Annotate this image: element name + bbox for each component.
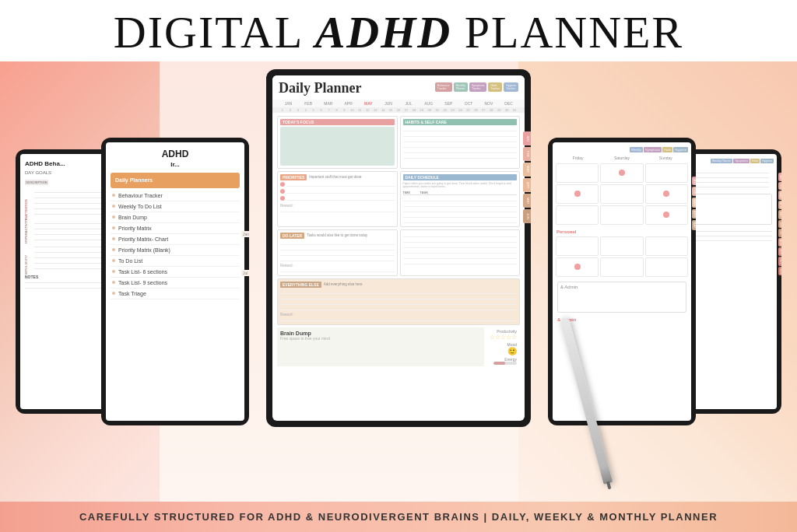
dp-day: 19 — [418, 108, 426, 112]
dp-month-may[interactable]: MAY — [359, 101, 378, 106]
dp-schedule-line — [403, 208, 518, 212]
dp-priorities-sub: Important stuff that must get done — [309, 175, 361, 179]
dp-schedule-cont-line — [403, 233, 518, 237]
dp-side-tab-jan[interactable]: JAN — [523, 131, 525, 145]
dp-month-feb[interactable]: FEB — [299, 101, 318, 106]
dp-priority-dot-2 — [280, 189, 285, 194]
tablet-center-screen: Daily Planner BehaviourTracker MonthlyPl… — [272, 75, 525, 421]
dp-side-tab-may[interactable]: MAY — [523, 194, 525, 208]
rmt-cell — [645, 163, 688, 183]
lft-inattention-label: INATTENTION — [25, 189, 28, 220]
rft-tab-symptoms[interactable]: Symptoms — [733, 159, 750, 163]
lmt-item-task9[interactable]: Task List- 9 sections — [111, 278, 240, 289]
lmt-item-priority-blank[interactable]: Priority Matrix (Blank) — [111, 245, 240, 256]
lmt-item-label: Brain Dump — [118, 215, 147, 220]
lmt-item-label: Priority Matrix — [118, 226, 152, 231]
dp-day: 12 — [363, 108, 371, 112]
tablet-left-mid: ADHD Ir... Daily Planners Behaviour Trac… — [101, 138, 249, 425]
dp-tabs: BehaviourTracker MonthlyPlanner Symptoms… — [435, 82, 518, 92]
dp-month-apr[interactable]: APR — [339, 101, 358, 106]
lmt-item-priority-chart[interactable]: Priority Matrix- Chart — [111, 234, 240, 245]
lft-hyperactivity-label: HYPERACTIVITY — [25, 220, 28, 243]
dp-day: 7 — [325, 108, 333, 112]
lmt-item-weekly[interactable]: Weekly To Do List — [111, 201, 240, 212]
dp-month-oct[interactable]: OCT — [459, 101, 479, 106]
dp-tab-hygiene[interactable]: HygieneTracker — [504, 82, 518, 92]
lmt-menu-header-text: Daily Planners — [115, 177, 153, 183]
dp-side-tab-mar[interactable]: MAR — [523, 163, 525, 177]
dp-everything-line — [280, 300, 517, 305]
dp-focus-content[interactable] — [280, 127, 395, 166]
rmt-notes-title: & Admin — [560, 285, 683, 289]
dp-title: Daily Planner — [279, 80, 362, 96]
dp-month-jan[interactable]: JAN — [279, 101, 298, 106]
dp-month-sep[interactable]: SEP — [439, 101, 458, 106]
rmt-cell — [556, 205, 599, 225]
dp-side-tab-apr[interactable]: APR — [523, 178, 525, 192]
dp-month-mar[interactable]: MAR — [319, 101, 339, 106]
dp-later-line — [280, 246, 395, 250]
dp-side-tab-feb[interactable]: FEB — [523, 147, 525, 161]
dp-everything-line — [280, 289, 517, 294]
lmt-item-priority[interactable]: Priority Matrix — [111, 223, 240, 234]
lmt-date-tabs: Jan Jul — [241, 231, 244, 276]
rmt-cell — [600, 236, 643, 256]
dp-month-dec[interactable]: DEC — [499, 101, 518, 106]
rmt-tab-weekly[interactable]: Weekly — [630, 147, 643, 152]
dp-tab-symptoms[interactable]: SymptomsTracker — [469, 82, 487, 92]
tablet-right-mid-screen: Weekly Symptoms Habit Hygiene Friday Sat… — [553, 142, 691, 421]
bottom-banner-text: CAREFULLY STRUCTURED FOR ADHD & NEURODIV… — [16, 511, 781, 523]
dp-side-tab-jun[interactable]: JUN — [523, 209, 525, 223]
rft-tab-weekly[interactable]: Weekly Planner — [711, 159, 732, 163]
lmt-menu-header: Daily Planners — [111, 173, 240, 188]
dp-month-jun[interactable]: JUN — [379, 101, 398, 106]
rmt-dot — [619, 170, 625, 176]
rmt-tab-habit[interactable]: Habit — [662, 147, 672, 152]
lmt-item-label: Task List- 6 sections — [118, 269, 167, 275]
dp-tab-monthly[interactable]: MonthlyPlanner — [454, 82, 468, 92]
rmt-personal-label: Personal — [554, 226, 690, 235]
rft-tab-habit[interactable]: Habit — [750, 159, 760, 163]
dp-day: 10 — [348, 108, 356, 112]
lmt-item-triage[interactable]: Task Triage — [111, 289, 240, 299]
lmt-item-brain[interactable]: Brain Dump — [111, 212, 240, 223]
dp-day: 2 — [286, 108, 294, 112]
dp-day: 18 — [410, 108, 418, 112]
dp-body: TODAY'S FOCUS HABITS & SELF CARE — [272, 113, 525, 369]
dp-habits-line — [403, 154, 518, 159]
dp-row-3: DO LATER Tasks would also like to get do… — [277, 229, 520, 276]
rmt-tab-symptoms[interactable]: Symptoms — [644, 147, 662, 152]
dp-daily-schedule: DAILY SCHEDULE Figure when your tasks ar… — [400, 171, 521, 227]
bottom-banner: CAREFULLY STRUCTURED FOR ADHD & NEURODIV… — [0, 502, 797, 532]
dp-tab-behaviour[interactable]: BehaviourTracker — [435, 82, 452, 92]
lmt-item-behaviour[interactable]: Behaviour Tracker — [111, 191, 240, 201]
dp-month-jul[interactable]: JUL — [399, 101, 419, 106]
dp-todays-focus: TODAY'S FOCUS — [277, 116, 398, 169]
title-adhd: ADHD — [315, 7, 452, 58]
rmt-cell — [645, 257, 688, 277]
dp-day: 25 — [465, 108, 472, 112]
dp-everything-line — [280, 295, 517, 299]
dp-schedule-cont-line — [403, 238, 518, 243]
dp-everything-line — [280, 306, 517, 310]
dp-brain-title: Brain Dump — [280, 331, 481, 336]
dp-month-aug[interactable]: AUG — [419, 101, 438, 106]
dp-day: 31 — [511, 108, 518, 112]
dp-priorities-header: PRIORITIES — [280, 174, 307, 180]
rmt-cell — [556, 236, 599, 256]
lmt-item-task6[interactable]: Task List- 6 sections — [111, 267, 240, 278]
lmt-dot — [112, 215, 115, 219]
dp-row-4: EVERYTHING ELSE Add everything else here… — [277, 278, 520, 325]
dp-priority-line — [286, 196, 395, 201]
rmt-tab-hygiene[interactable]: Hygiene — [673, 147, 688, 152]
rft-tab-hygiene[interactable]: Hygiene — [760, 159, 774, 163]
lmt-item-label: Weekly To Do List — [118, 204, 162, 209]
dp-month-nov[interactable]: NOV — [479, 101, 499, 106]
dp-habits-line — [403, 149, 518, 153]
dp-mood-icon: 🙂 — [507, 347, 517, 355]
dp-habits-line — [403, 143, 518, 148]
dp-day: 16 — [395, 108, 402, 112]
rmt-cell — [645, 184, 688, 204]
lmt-item-todo[interactable]: To Do List — [111, 256, 240, 267]
dp-tab-habit[interactable]: HabitTracker — [488, 82, 502, 92]
